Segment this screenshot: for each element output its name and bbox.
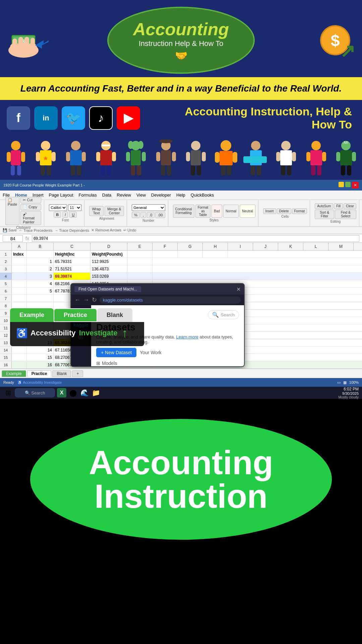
- format-as-table-btn[interactable]: Formatas Table: [195, 205, 211, 218]
- new-dataset-btn[interactable]: + New Dataset: [96, 348, 136, 357]
- menu-view[interactable]: View: [136, 193, 146, 198]
- minimize-btn[interactable]: [339, 182, 344, 187]
- cell-6b[interactable]: 5: [27, 287, 54, 294]
- kaggle-search-container[interactable]: 🔍 Search: [208, 310, 239, 319]
- cell-15a[interactable]: [12, 354, 27, 361]
- kaggle-close-btn[interactable]: ✕: [236, 286, 241, 292]
- col-header-m[interactable]: M: [328, 243, 354, 250]
- formula-input[interactable]: 69.3974: [32, 235, 359, 242]
- tiktok-icon[interactable]: ♪: [89, 106, 113, 130]
- view-normal[interactable]: ▭: [337, 380, 341, 385]
- cell-15b[interactable]: 15: [27, 354, 54, 361]
- cell-2e[interactable]: [127, 258, 153, 265]
- forward-btn[interactable]: →: [83, 297, 89, 304]
- cell-3b[interactable]: 2: [27, 265, 54, 272]
- col-header-k[interactable]: K: [278, 243, 303, 250]
- cell-7a[interactable]: [12, 295, 27, 302]
- cell-14a[interactable]: [12, 346, 27, 354]
- youtube-icon[interactable]: ▶: [117, 106, 140, 130]
- cell-1h[interactable]: [203, 251, 228, 258]
- menu-data[interactable]: Data: [102, 193, 111, 198]
- col-header-b[interactable]: B: [27, 243, 54, 250]
- url-bar[interactable]: kaggle.com/datasets: [100, 297, 241, 304]
- your-work-btn[interactable]: Your Work: [140, 350, 162, 355]
- cell-3a[interactable]: [12, 265, 27, 272]
- cell-3c[interactable]: 71.51521: [54, 265, 90, 272]
- cell-1b[interactable]: [27, 251, 54, 258]
- delete-cells-btn[interactable]: Delete: [277, 208, 291, 214]
- cell-5b[interactable]: 4: [27, 280, 54, 287]
- merge-center-btn[interactable]: Merge & Center: [105, 206, 124, 216]
- menu-quickbooks[interactable]: QuickBooks: [191, 193, 214, 198]
- col-header-h[interactable]: H: [203, 243, 228, 250]
- taskbar-edge[interactable]: 🌊: [80, 388, 89, 397]
- undo-btn[interactable]: ↩ Undo: [123, 228, 136, 232]
- search-taskbar[interactable]: 🔍 Search: [15, 388, 55, 397]
- cell-5a[interactable]: [12, 280, 27, 287]
- taskbar-file-explorer[interactable]: 📁: [91, 388, 101, 397]
- cell-4d[interactable]: 153.0269: [90, 273, 127, 280]
- linkedin-icon[interactable]: in: [34, 106, 58, 130]
- cell-16b[interactable]: 16: [27, 361, 54, 368]
- menu-developer[interactable]: Developer: [151, 193, 171, 198]
- col-header-j[interactable]: J: [253, 243, 278, 250]
- twitter-icon[interactable]: 🐦: [62, 106, 85, 130]
- font-select[interactable]: Calibri: [49, 204, 67, 211]
- practice-tab[interactable]: Practice: [54, 308, 97, 322]
- comma-btn[interactable]: ,: [140, 212, 146, 218]
- clear-btn[interactable]: Clear: [344, 203, 356, 209]
- underline-btn[interactable]: U: [69, 212, 77, 218]
- cell-styles-normal-btn[interactable]: Normal: [223, 205, 239, 218]
- cell-2b[interactable]: 1: [27, 258, 54, 265]
- wrap-text-btn[interactable]: Wrap Text: [89, 206, 103, 216]
- blank-tab[interactable]: Blank: [97, 308, 132, 322]
- font-size-select[interactable]: 11: [68, 204, 81, 211]
- trace-dependents[interactable]: → Trace Dependents: [54, 228, 89, 232]
- cell-1d[interactable]: Weight(Pounds): [90, 251, 127, 258]
- increase-decimal-btn[interactable]: .0: [147, 212, 155, 218]
- autosum-btn[interactable]: AutoSum: [315, 203, 333, 209]
- fill-btn[interactable]: Fill: [334, 203, 343, 209]
- models-label[interactable]: Models: [102, 361, 117, 366]
- taskbar-chrome[interactable]: ⬤: [68, 388, 78, 397]
- sheet-tab-add[interactable]: +: [72, 370, 83, 377]
- cell-1g[interactable]: [178, 251, 203, 258]
- menu-help[interactable]: Help: [176, 193, 185, 198]
- cell-16a[interactable]: [12, 361, 27, 368]
- format-cells-btn[interactable]: Format: [292, 208, 307, 214]
- cell-1a[interactable]: Index: [12, 251, 27, 258]
- insert-cells-btn[interactable]: Insert: [263, 208, 276, 214]
- zoom-level[interactable]: 100%: [349, 380, 359, 385]
- refresh-btn[interactable]: ↻: [92, 296, 97, 304]
- italic-btn[interactable]: I: [62, 212, 68, 218]
- cell-14b[interactable]: 14: [27, 346, 54, 354]
- col-header-l[interactable]: L: [303, 243, 328, 250]
- facebook-icon[interactable]: f: [7, 106, 30, 130]
- cell-3e[interactable]: [127, 265, 153, 272]
- menu-pagelayout[interactable]: Page Layout: [49, 193, 73, 198]
- view-page[interactable]: ▦: [343, 380, 347, 385]
- conditional-formatting-btn[interactable]: ConditionalFormatting: [173, 205, 194, 218]
- col-header-e[interactable]: E: [127, 243, 153, 250]
- cell-6a[interactable]: [12, 287, 27, 294]
- cell-4a[interactable]: [12, 273, 27, 280]
- decrease-decimal-btn[interactable]: .00: [155, 212, 165, 218]
- trace-precedents[interactable]: ← Trace Precedents: [19, 228, 52, 232]
- sheet-tab-blank[interactable]: Blank: [52, 370, 71, 377]
- cell-7b[interactable]: [27, 295, 54, 302]
- col-header-g[interactable]: G: [178, 243, 203, 250]
- number-format-select[interactable]: General: [132, 204, 165, 211]
- percent-btn[interactable]: %: [132, 212, 140, 218]
- col-header-a[interactable]: A: [12, 243, 27, 250]
- close-btn[interactable]: ✕: [352, 182, 359, 189]
- find-select-btn[interactable]: Find & Select: [335, 210, 356, 219]
- col-header-c[interactable]: C: [54, 243, 90, 250]
- ribbon-cut[interactable]: ✂ Cut: [20, 197, 41, 203]
- cell-1e[interactable]: [127, 251, 153, 258]
- cell-2a[interactable]: [12, 258, 27, 265]
- ribbon-paste[interactable]: 📋 Paste: [5, 197, 19, 225]
- bold-btn[interactable]: B: [54, 212, 61, 218]
- taskbar-excel[interactable]: X: [57, 388, 66, 397]
- back-btn[interactable]: ←: [74, 297, 80, 304]
- maximize-btn[interactable]: [345, 182, 351, 187]
